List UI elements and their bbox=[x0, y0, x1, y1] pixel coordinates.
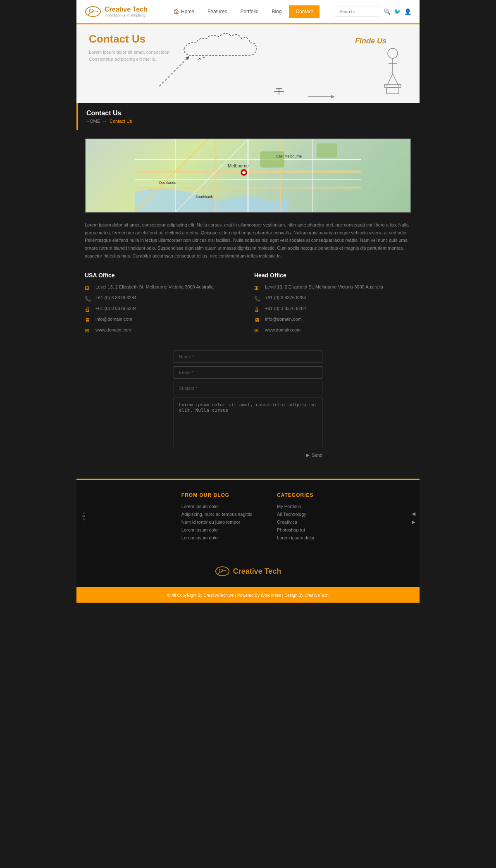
head-address-item: ⊞ Level 13, 2 Elizabeth St, Melbourne Vi… bbox=[254, 284, 411, 291]
fax-icon-2: 🖨 bbox=[254, 306, 261, 312]
send-icon: ▶ bbox=[306, 452, 310, 458]
usa-office-title: USA Office bbox=[85, 272, 242, 279]
footer-logo: Creative Tech bbox=[215, 564, 281, 579]
monitor-icon: 🖥 bbox=[85, 317, 91, 323]
offices-grid: USA Office ⊞ Level 13, 2 Elizabeth St, M… bbox=[85, 272, 411, 338]
svg-point-24 bbox=[242, 171, 246, 174]
head-website: www.domain.com bbox=[265, 327, 300, 332]
header-right: 🔍 🐦 👤 bbox=[335, 7, 411, 17]
usa-website-item: ✉ www.domain.com bbox=[85, 327, 242, 334]
copyright-text: © All CopyRight By CreativeTech.ws | Pow… bbox=[167, 593, 329, 598]
breadcrumb: HOME → Contact Us bbox=[86, 119, 411, 124]
logo: Creative Tech Innovation is in simplicit… bbox=[85, 3, 151, 20]
svg-rect-5 bbox=[386, 88, 399, 94]
hero-subtitle: Lorem ipsum dolor sit amet, consectetur.… bbox=[89, 49, 407, 62]
user-icon[interactable]: 👤 bbox=[404, 8, 411, 15]
nav-portfolio[interactable]: Portfolio bbox=[234, 5, 264, 18]
name-input[interactable] bbox=[174, 351, 322, 363]
main-nav: 🏠 Home Features Portfolio Blog Contact bbox=[167, 5, 320, 18]
cat-link-4[interactable]: Photoshop tut bbox=[277, 527, 315, 532]
hero-section: Contact Us Lorem ipsum dolor sit amet, c… bbox=[76, 24, 420, 103]
usa-address: Level 13, 2 Elizabeth St, Melbourne Vict… bbox=[95, 284, 214, 289]
hero-title: Contact Us bbox=[89, 33, 407, 45]
svg-rect-18 bbox=[317, 143, 337, 157]
usa-address-item: ⊞ Level 13, 2 Elizabeth St, Melbourne Vi… bbox=[85, 284, 242, 291]
blog-link-2[interactable]: Adipiscing, nunc ac tempus sagittis bbox=[181, 512, 252, 517]
links-side-label: Links bbox=[82, 511, 86, 524]
phone-icon-2: 📞 bbox=[254, 296, 261, 302]
search-input[interactable] bbox=[335, 7, 380, 17]
head-phone: +61 (0) 3 8376 6284 bbox=[265, 295, 306, 300]
head-phone-item: 📞 +61 (0) 3 8376 6284 bbox=[254, 295, 411, 302]
logo-tagline: Innovation is in simplicity bbox=[105, 13, 148, 17]
usa-fax-item: 🖨 +61 (0) 3 8376 6284 bbox=[85, 306, 242, 312]
usa-fax: +61 (0) 3 8376 6284 bbox=[95, 306, 136, 311]
body-text: Lorem ipsum dolor sit amet, consectetur … bbox=[85, 221, 411, 260]
blog-link-1[interactable]: Lorem ipsum dolor bbox=[181, 504, 252, 509]
arrow-right-icon[interactable]: ▶ bbox=[412, 519, 415, 525]
footer-top: Links ◀ ▶ FROM OUR BLOG Lorem ipsum dolo… bbox=[76, 479, 420, 556]
blog-link-3[interactable]: Nam id tortor eu justo tempor bbox=[181, 520, 252, 525]
cat-link-2[interactable]: All Technology bbox=[277, 512, 315, 517]
categories-col-title: CATEGORIES bbox=[277, 492, 315, 498]
home-icon: 🏠 bbox=[173, 9, 179, 14]
contact-form: Lorem ipsum dolor sit amet, consectetur … bbox=[174, 351, 322, 458]
map-container: Melbourne East Melbourne Docklands South… bbox=[85, 138, 411, 213]
phone-icon: 📞 bbox=[85, 296, 91, 302]
cat-link-3[interactable]: Creativica bbox=[277, 520, 315, 525]
envelope-icon-2: ✉ bbox=[254, 328, 261, 334]
head-office: Head Office ⊞ Level 13, 2 Elizabeth St, … bbox=[254, 272, 411, 338]
footer-logo-name: Creative Tech bbox=[233, 567, 281, 576]
message-textarea[interactable]: Lorem ipsum dolor sit amet, consectetur … bbox=[174, 398, 322, 447]
head-fax-item: 🖨 +61 (0) 3 8376 6284 bbox=[254, 306, 411, 312]
breadcrumb-arrow: → bbox=[103, 119, 107, 124]
email-input[interactable] bbox=[174, 366, 322, 379]
logo-icon bbox=[85, 3, 101, 20]
head-website-item: ✉ www.domain.com bbox=[254, 327, 411, 334]
nav-arrows: ◀ ▶ bbox=[412, 511, 415, 525]
monitor-icon-2: 🖥 bbox=[254, 317, 261, 323]
footer-blog-col: FROM OUR BLOG Lorem ipsum dolor Adipisci… bbox=[181, 492, 252, 543]
footer-bottom: © All CopyRight By CreativeTech.ws | Pow… bbox=[76, 587, 420, 603]
fax-icon: 🖨 bbox=[85, 306, 91, 312]
nav-features[interactable]: Features bbox=[202, 5, 233, 18]
head-email-item: 🖥 info@domain.com bbox=[254, 317, 411, 323]
svg-text:Docklands: Docklands bbox=[159, 181, 176, 185]
footer-logo-icon bbox=[215, 564, 230, 579]
head-office-title: Head Office bbox=[254, 272, 411, 279]
usa-phone-item: 📞 +61 (0) 3 8376 6284 bbox=[85, 295, 242, 302]
hero-content: Contact Us Lorem ipsum dolor sit amet, c… bbox=[89, 33, 407, 62]
head-fax: +61 (0) 3 8376 6284 bbox=[265, 306, 306, 311]
footer-categories-col: CATEGORIES My Portfolio All Technology C… bbox=[277, 492, 315, 543]
usa-email: info@domain.com bbox=[95, 317, 132, 322]
head-email: info@domain.com bbox=[265, 317, 302, 322]
usa-email-item: 🖥 info@domain.com bbox=[85, 317, 242, 323]
blog-link-4[interactable]: Lorem ipsum dolor bbox=[181, 527, 252, 532]
search-icon[interactable]: 🔍 bbox=[384, 8, 391, 15]
twitter-icon[interactable]: 🐦 bbox=[394, 8, 401, 15]
breadcrumb-home[interactable]: HOME bbox=[86, 119, 100, 124]
nav-home[interactable]: 🏠 Home bbox=[167, 5, 200, 18]
form-send-row: ▶ Send bbox=[174, 452, 322, 458]
header-icons: 🔍 🐦 👤 bbox=[384, 8, 411, 15]
breadcrumb-section: Contact Us HOME → Contact Us bbox=[76, 103, 420, 130]
cat-link-1[interactable]: My Portfolio bbox=[277, 504, 315, 509]
svg-text:East Melbourne: East Melbourne bbox=[276, 154, 302, 158]
usa-website: www.domain.com bbox=[95, 327, 131, 332]
location-icon-2: ⊞ bbox=[254, 285, 261, 291]
envelope-icon: ✉ bbox=[85, 328, 91, 334]
svg-text:Melbourne: Melbourne bbox=[228, 163, 249, 168]
cat-link-5[interactable]: Lorem ipsum dolor bbox=[277, 535, 315, 540]
logo-name: Creative Tech bbox=[105, 6, 148, 13]
send-button[interactable]: ▶ Send bbox=[306, 452, 322, 458]
nav-contact[interactable]: Contact bbox=[289, 5, 319, 18]
map-background: Melbourne East Melbourne Docklands South… bbox=[86, 139, 410, 212]
arrow-left-icon[interactable]: ◀ bbox=[412, 511, 415, 517]
usa-office: USA Office ⊞ Level 13, 2 Elizabeth St, M… bbox=[85, 272, 242, 338]
breadcrumb-current: Contact Us bbox=[110, 119, 132, 124]
footer-columns: FROM OUR BLOG Lorem ipsum dolor Adipisci… bbox=[85, 492, 411, 543]
subject-input[interactable] bbox=[174, 382, 322, 394]
nav-blog[interactable]: Blog bbox=[266, 5, 287, 18]
footer-brand: Creative Tech bbox=[76, 556, 420, 587]
blog-link-5[interactable]: Lorem ipsum dolor bbox=[181, 535, 252, 540]
